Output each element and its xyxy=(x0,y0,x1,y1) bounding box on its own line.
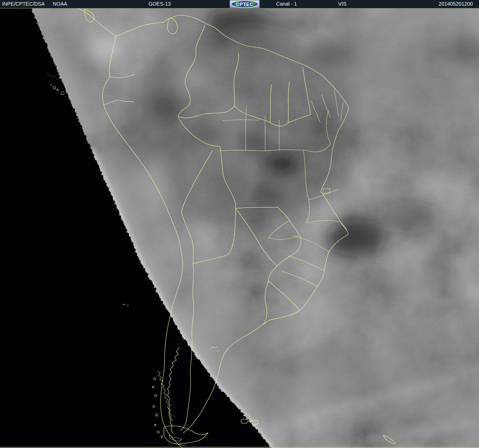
channel-label: Canal - 1 xyxy=(276,1,297,7)
cptec-logo-icon: CPTEC xyxy=(230,0,259,8)
agency-label: NOAA xyxy=(53,1,67,7)
band-label: VIS xyxy=(338,1,346,7)
cptec-logo-text: CPTEC xyxy=(236,2,253,7)
satellite-label: GOES-13 xyxy=(149,1,171,7)
frame-line-top xyxy=(0,8,479,8)
satellite-viewer: INPE/CPTEC/DSA NOAA GOES-13 CPTEC Canal … xyxy=(0,0,479,448)
timestamp-label: 201405201200 xyxy=(439,1,473,7)
organization-label: INPE/CPTEC/DSA xyxy=(2,1,45,7)
title-bar: INPE/CPTEC/DSA NOAA GOES-13 CPTEC Canal … xyxy=(0,0,479,8)
satellite-image xyxy=(0,8,479,448)
frame-line-bottom xyxy=(0,447,479,447)
